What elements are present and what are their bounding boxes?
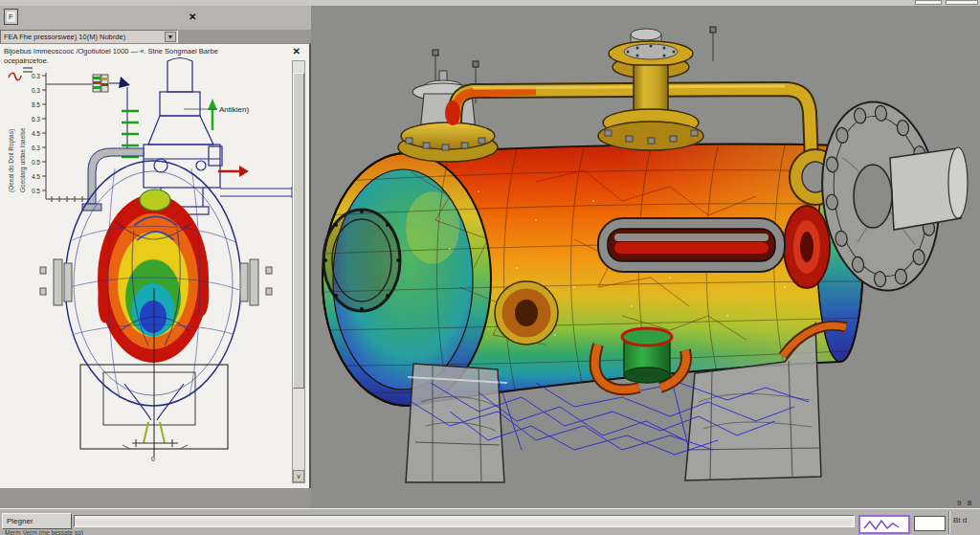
axis-tick-label: 6.3 — [32, 116, 40, 123]
app-icon: F — [4, 9, 18, 25]
status-message: Merm Verm (me bessate so) — [5, 529, 83, 535]
manhole-port — [323, 210, 400, 311]
axis-tick-label: 0.5 — [32, 188, 40, 194]
axis-tick-labels: 0.3 0.3 8.5 6.3 4.5 6.3 0.5 4.5 0.5 — [32, 73, 40, 194]
component-icon — [93, 75, 108, 92]
origin-label: 0 — [151, 456, 155, 462]
application-window: AT — 46 74 86 64-6=2-16 6 FRIDNE 16 F FE… — [0, 0, 980, 535]
axis-captions: (Oeeal do Doil Roptas) Goeolarg urdae lo… — [8, 67, 33, 192]
viewport-corner-numbers: 9 8 — [957, 499, 973, 507]
drain-valve — [622, 328, 672, 383]
statusbar-divider — [948, 511, 950, 534]
outlet-pipe — [220, 187, 293, 198]
schematic-drawing: (Oeeal do Doil Roptas) Goeolarg urdae lo… — [0, 44, 293, 489]
schematic-panel: Bljoebus Immeoscooc /Ogotiutoel 1000 — «… — [0, 43, 311, 488]
flow-arrow-green — [208, 99, 217, 130]
side-port-red — [784, 206, 830, 288]
title-bar: F FEA (S) Prcu B–R05 C32 Ben Moserce 10v… — [0, 6, 311, 30]
status-bar: Plegner Bt d Merm Verm (me bessate so) — [0, 508, 980, 535]
rotated-axis-label-2: Goeolarg urdae loaelse — [19, 127, 27, 192]
axis-tick-label: 4.5 — [32, 130, 40, 137]
sight-slot — [598, 218, 785, 272]
guide-arrow — [109, 77, 130, 154]
menu-mini-box-1[interactable] — [915, 0, 942, 5]
app-icon-letter: F — [9, 12, 13, 21]
waveform-icon — [860, 517, 908, 532]
rotated-axis-label-1: (Oeeal do Doil Roptas) — [8, 129, 15, 192]
callout-label: Antikien) — [219, 105, 249, 114]
axis-tick-label: 8.5 — [32, 101, 40, 108]
squiggle-icon — [9, 73, 21, 79]
corner-label: Bt d — [953, 516, 967, 524]
panel-close-button[interactable]: ✕ — [293, 46, 301, 56]
flow-arrow-red — [218, 166, 249, 177]
axis-tick-label: 4.5 — [32, 173, 40, 180]
side-port-yellow — [495, 281, 558, 345]
scrollbar-thumb[interactable] — [293, 73, 304, 389]
axis-tick-label: 6.3 — [32, 145, 40, 151]
saddle-support-left — [406, 364, 507, 482]
scroll-down-icon[interactable]: ∨ — [293, 470, 304, 482]
axis-tick-label: 0.5 — [32, 159, 40, 166]
vessel-render — [311, 6, 980, 508]
menu-mini-box-2[interactable] — [946, 0, 978, 5]
combobox-value: FEA Fhe pressorswee) 10(M) Nobrde) — [4, 33, 125, 41]
plot-button[interactable]: Plegner — [2, 513, 72, 529]
axis-tick-label: 0.3 — [32, 87, 40, 94]
window-close-button[interactable]: ✕ — [189, 11, 196, 22]
chevron-down-icon[interactable]: ▼ — [165, 32, 176, 42]
panel-scrollbar[interactable]: ∨ — [292, 60, 305, 483]
3d-viewport[interactable] — [311, 6, 980, 508]
mini-input[interactable] — [914, 516, 946, 531]
waveform-button[interactable] — [858, 515, 910, 534]
analysis-combobox[interactable]: FEA Fhe pressorswee) 10(M) Nobrde) ▼ — [0, 30, 178, 44]
axis-tick-label: 0.3 — [32, 73, 40, 79]
progress-field[interactable] — [74, 515, 855, 527]
